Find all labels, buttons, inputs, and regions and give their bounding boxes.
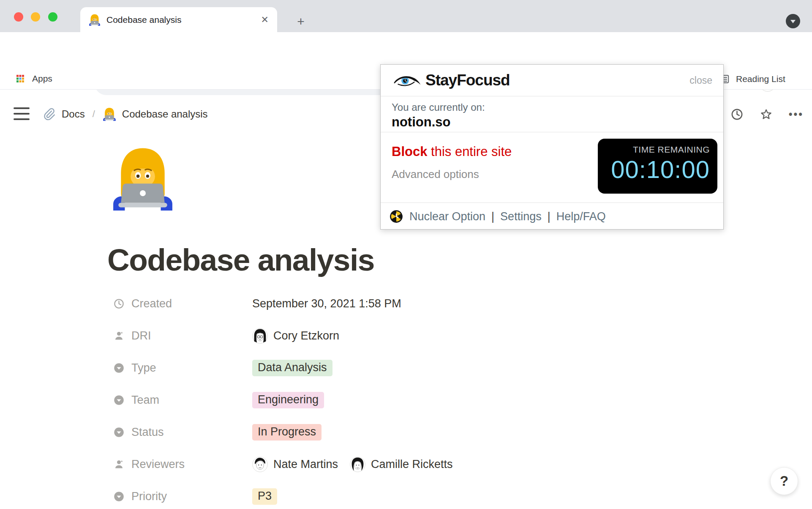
- footer-separator: |: [491, 210, 494, 223]
- avatar-nate: [252, 457, 268, 472]
- stayfocusd-eye-logo-icon: [392, 71, 422, 90]
- favorite-star-icon[interactable]: [760, 108, 773, 121]
- property-row-reviewers[interactable]: Reviewers Nate Martins Camille Ricketts: [113, 448, 662, 480]
- tab-favicon-woman-technologist-icon: [89, 14, 101, 26]
- clock-icon: [113, 298, 125, 309]
- property-row-dri[interactable]: DRI Cory Etzkorn: [113, 320, 662, 352]
- paperclip-icon: [42, 107, 56, 121]
- property-row-status[interactable]: Status In Progress: [113, 416, 662, 448]
- nuclear-option-link[interactable]: Nuclear Option: [409, 210, 485, 223]
- traffic-light-zoom[interactable]: [48, 12, 57, 22]
- property-value-priority[interactable]: P3: [252, 488, 277, 505]
- sidebar-menu-icon[interactable]: [14, 107, 30, 120]
- property-label[interactable]: Reviewers: [131, 458, 250, 471]
- property-row-type[interactable]: Type Data Analysis: [113, 352, 662, 384]
- history-clock-icon[interactable]: [730, 108, 744, 121]
- select-icon: [113, 427, 125, 438]
- tag-data-analysis[interactable]: Data Analysis: [252, 360, 332, 376]
- person-name: Nate Martins: [273, 458, 338, 471]
- footer-separator: |: [548, 210, 550, 223]
- property-label[interactable]: DRI: [131, 329, 250, 342]
- apps-label: Apps: [32, 74, 52, 84]
- property-label[interactable]: Type: [131, 361, 250, 375]
- woman-technologist-icon: [103, 107, 116, 121]
- browser-tab[interactable]: Codebase analysis ✕: [80, 7, 277, 32]
- property-label[interactable]: Priority: [131, 490, 250, 503]
- person-chip[interactable]: Cory Etzkorn: [252, 328, 339, 344]
- person-name: Cory Etzkorn: [273, 329, 339, 342]
- popup-header: StayFocusd close: [381, 65, 723, 96]
- help-button[interactable]: ?: [770, 467, 798, 495]
- property-row-created[interactable]: Created September 30, 2021 1:58 PM: [113, 287, 662, 320]
- property-value-team[interactable]: Engineering: [252, 392, 324, 408]
- property-label[interactable]: Created: [131, 297, 250, 310]
- property-row-priority[interactable]: Priority P3: [113, 480, 662, 509]
- property-value-reviewers[interactable]: Nate Martins Camille Ricketts: [252, 457, 465, 472]
- popup-footer: Nuclear Option | Settings | Help/FAQ: [381, 203, 723, 230]
- person-chip[interactable]: Nate Martins: [252, 457, 338, 472]
- page-title[interactable]: Codebase analysis: [107, 239, 572, 281]
- time-remaining-label: TIME REMAINING: [598, 145, 710, 155]
- more-options-icon[interactable]: •••: [789, 108, 804, 120]
- tag-engineering[interactable]: Engineering: [252, 392, 324, 408]
- currently-on-label: You are currently on:: [392, 101, 712, 113]
- chevron-down-icon: [788, 16, 798, 26]
- block-word: Block: [392, 144, 427, 159]
- traffic-light-close[interactable]: [14, 12, 23, 22]
- settings-link[interactable]: Settings: [500, 210, 542, 223]
- current-site: notion.so: [392, 115, 712, 130]
- reading-list-label: Reading List: [736, 74, 785, 84]
- tab-strip: Codebase analysis ✕ +: [0, 0, 812, 32]
- select-icon: [113, 394, 125, 406]
- new-tab-button[interactable]: +: [293, 14, 308, 29]
- popup-close-link[interactable]: close: [689, 75, 712, 86]
- person-icon: [113, 459, 125, 470]
- breadcrumb-docs[interactable]: Docs: [62, 108, 85, 120]
- stayfocusd-popup: StayFocusd close You are currently on: n…: [380, 64, 724, 230]
- property-row-team[interactable]: Team Engineering: [113, 384, 662, 416]
- avatar-cory: [252, 328, 268, 344]
- property-value-type[interactable]: Data Analysis: [252, 360, 332, 376]
- traffic-light-minimize[interactable]: [31, 12, 40, 22]
- tag-p3[interactable]: P3: [252, 488, 277, 505]
- reading-list-button[interactable]: Reading List: [719, 74, 785, 85]
- property-label[interactable]: Team: [131, 394, 250, 407]
- person-icon: [113, 330, 125, 342]
- select-icon: [113, 491, 125, 502]
- property-value-dri[interactable]: Cory Etzkorn: [252, 328, 351, 344]
- property-label[interactable]: Status: [131, 426, 250, 439]
- notion-topbar-actions: •••: [730, 99, 804, 130]
- browser-window: Codebase analysis ✕ + notion.so/camacme/…: [0, 0, 812, 509]
- tab-search-button[interactable]: [786, 14, 800, 28]
- breadcrumb: Docs / Codebase analysis: [42, 99, 208, 130]
- popup-site-section: You are currently on: notion.so: [381, 96, 723, 132]
- popup-brand: StayFocusd: [425, 71, 510, 89]
- apps-grid-icon: [15, 74, 25, 84]
- nuclear-option-icon: [389, 209, 403, 224]
- property-value-status[interactable]: In Progress: [252, 424, 322, 441]
- apps-shortcut[interactable]: Apps: [15, 74, 52, 84]
- breadcrumb-page[interactable]: Codebase analysis: [122, 108, 208, 120]
- property-value-created[interactable]: September 30, 2021 1:58 PM: [252, 297, 401, 310]
- tab-title: Codebase analysis: [106, 15, 261, 25]
- time-remaining-box: TIME REMAINING 00:10:00: [598, 139, 717, 194]
- breadcrumb-separator: /: [93, 109, 95, 120]
- time-remaining-value: 00:10:00: [598, 155, 710, 184]
- page-emoji-woman-technologist-icon[interactable]: [111, 143, 175, 214]
- help-faq-link[interactable]: Help/FAQ: [556, 210, 606, 223]
- person-chip[interactable]: Camille Ricketts: [350, 457, 453, 472]
- popup-block-section: Block this entire site Advanced options …: [381, 132, 723, 203]
- select-icon: [113, 362, 125, 374]
- person-name: Camille Ricketts: [371, 458, 453, 471]
- block-rest: this entire site: [427, 144, 512, 159]
- tab-close-icon[interactable]: ✕: [261, 14, 269, 25]
- avatar-camille: [350, 457, 365, 472]
- tag-in-progress[interactable]: In Progress: [252, 424, 322, 441]
